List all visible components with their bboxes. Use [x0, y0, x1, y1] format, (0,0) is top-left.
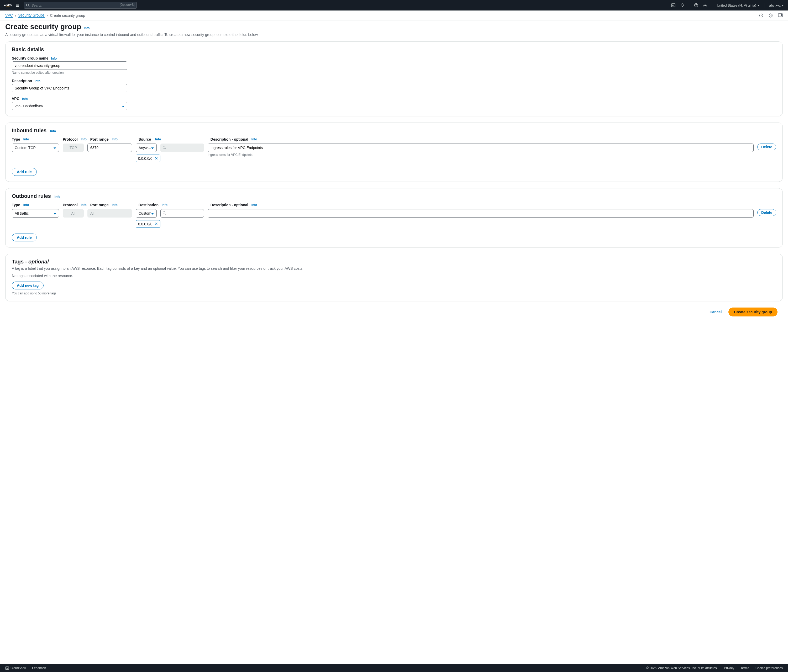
add-outbound-rule-button[interactable]: Add rule — [12, 233, 37, 241]
label-text: VPC — [12, 97, 19, 101]
remove-token-icon[interactable]: ✕ — [155, 222, 158, 227]
rule-description-input[interactable] — [208, 209, 754, 217]
info-link[interactable]: Info — [155, 138, 161, 141]
delete-rule-button[interactable]: Delete — [757, 144, 776, 151]
vpc-value: vpc-03a8b8df5c6 — [15, 104, 43, 108]
caret-down-icon — [757, 5, 759, 6]
info-link[interactable]: Info — [23, 138, 29, 141]
remove-token-icon[interactable]: ✕ — [155, 156, 158, 161]
aws-logo[interactable]: aws — [4, 2, 12, 8]
label-text: Security group name — [12, 56, 48, 60]
rule-source-search — [160, 144, 204, 152]
info-link[interactable]: Info — [84, 26, 89, 30]
account-selector[interactable]: abc.xyz — [769, 3, 784, 7]
crumb-vpc[interactable]: VPC — [5, 13, 13, 17]
info-link[interactable]: Info — [81, 138, 87, 141]
svg-point-12 — [163, 212, 165, 214]
basic-details-panel: Basic details Security group name Info N… — [5, 41, 783, 116]
separator — [712, 3, 712, 8]
chevron-right-icon: › — [15, 13, 16, 17]
col-header-type: Type — [12, 137, 20, 141]
col-header-type: Type — [12, 203, 20, 207]
info-link[interactable]: Info — [23, 203, 29, 207]
sg-name-hint: Name cannot be edited after creation. — [12, 71, 776, 74]
split-panel-icon[interactable] — [778, 13, 783, 17]
sg-name-input[interactable] — [12, 62, 127, 70]
info-link[interactable]: Info — [51, 57, 57, 60]
separator — [764, 3, 764, 8]
panel-title: Inbound rules — [12, 128, 46, 133]
col-header-port: Port range — [90, 137, 109, 141]
add-tag-button[interactable]: Add new tag — [12, 282, 44, 289]
rule-source-search-input — [160, 144, 204, 152]
rule-protocol-input — [63, 209, 84, 217]
crumb-security-groups[interactable]: Security Groups — [18, 13, 44, 17]
title-optional: optional — [29, 259, 49, 265]
page-content: Create security group Info A security gr… — [0, 21, 788, 339]
info-link[interactable]: Info — [251, 203, 257, 207]
preferences-icon[interactable] — [769, 13, 773, 17]
search-shortcut: [Option+S] — [120, 3, 135, 6]
cidr-value: 0.0.0.0/0 — [138, 222, 153, 226]
svg-marker-6 — [769, 14, 772, 17]
label-text: Description — [12, 79, 32, 83]
panel-title: Basic details — [12, 46, 44, 52]
info-link[interactable]: Info — [112, 203, 118, 207]
tags-description: A tag is a label that you assign to an A… — [12, 266, 776, 271]
rule-destination-search-input[interactable] — [160, 209, 204, 217]
info-link[interactable]: Info — [162, 203, 167, 207]
info-link[interactable]: Info — [112, 138, 118, 141]
info-link[interactable]: Info — [22, 97, 28, 101]
rule-port-input[interactable] — [87, 144, 132, 152]
rule-source-select[interactable]: Anyw… — [136, 144, 157, 152]
outbound-rule-row: All traffic Custom — [12, 209, 776, 228]
info-link[interactable]: Info — [251, 138, 257, 141]
info-link[interactable]: Info — [55, 195, 60, 199]
region-selector[interactable]: United States (N. Virginia) — [717, 3, 759, 7]
rule-description-input[interactable] — [208, 144, 754, 152]
col-header-source: Source — [138, 137, 151, 141]
rule-destination-search[interactable] — [160, 209, 204, 217]
field-label-vpc: VPC Info — [12, 97, 776, 101]
svg-rect-2 — [672, 4, 675, 7]
delete-rule-button[interactable]: Delete — [757, 209, 776, 216]
info-link[interactable]: Info — [50, 129, 56, 133]
region-label: United States (N. Virginia) — [717, 3, 756, 7]
panel-title: Outbound rules — [12, 193, 51, 199]
create-security-group-button[interactable]: Create security group — [728, 307, 777, 317]
help-icon[interactable] — [694, 3, 698, 7]
sg-description-input[interactable] — [12, 84, 127, 92]
cancel-button[interactable]: Cancel — [707, 307, 724, 317]
rule-type-value: All traffic — [15, 211, 29, 216]
inbound-rule-row: Custom TCP Anyw… — [12, 144, 776, 162]
top-nav: aws [Option+S] United States (N. Virgini… — [0, 0, 788, 11]
rule-type-value: Custom TCP — [15, 146, 36, 150]
vpc-select[interactable]: vpc-03a8b8df5c6 — [12, 102, 127, 110]
rule-type-select[interactable]: Custom TCP — [12, 144, 59, 152]
breadcrumb-bar: VPC › Security Groups › Create security … — [0, 11, 788, 21]
svg-point-0 — [27, 4, 29, 6]
page-title: Create security group — [5, 22, 81, 31]
rule-destination-select[interactable]: Custom — [136, 209, 157, 217]
services-grid-icon[interactable] — [16, 3, 20, 7]
chevron-right-icon: › — [47, 13, 48, 17]
field-label-sg-name: Security group name Info — [12, 56, 776, 60]
rule-type-select[interactable]: All traffic — [12, 209, 59, 217]
settings-icon[interactable] — [703, 3, 707, 7]
info-link[interactable]: Info — [81, 203, 87, 207]
col-header-port: Port range — [90, 203, 109, 207]
info-panel-icon[interactable] — [759, 13, 763, 17]
cloudshell-icon[interactable] — [671, 3, 675, 7]
info-link[interactable]: Info — [35, 79, 40, 83]
crumb-current: Create security group — [50, 13, 85, 17]
notifications-icon[interactable] — [680, 3, 684, 7]
svg-line-11 — [165, 148, 166, 149]
rule-port-input — [87, 209, 132, 217]
add-inbound-rule-button[interactable]: Add rule — [12, 168, 37, 176]
rule-destination-value: Custom — [138, 211, 151, 216]
svg-line-13 — [165, 214, 166, 215]
caret-down-icon — [782, 5, 784, 6]
page-actions: Cancel Create security group — [5, 307, 783, 323]
svg-point-10 — [163, 146, 165, 149]
svg-rect-9 — [781, 14, 782, 16]
